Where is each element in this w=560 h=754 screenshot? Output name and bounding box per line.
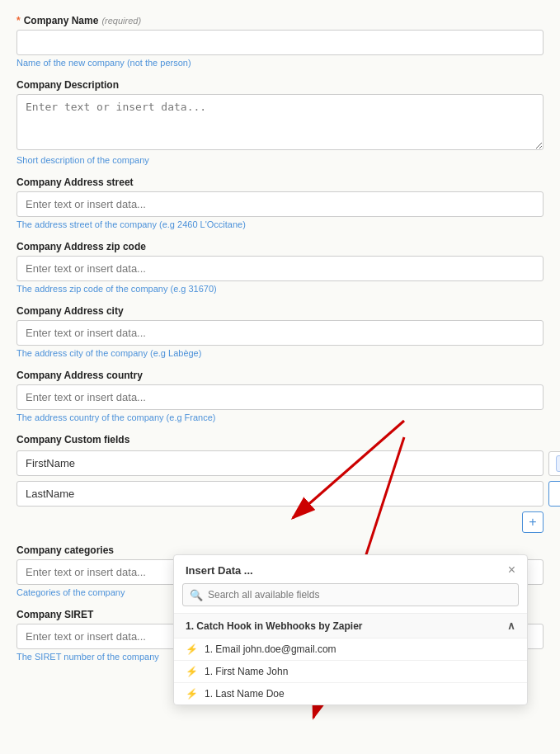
custom-fields-label: Company Custom fields <box>16 434 544 445</box>
custom-field-key-0[interactable] <box>16 450 544 476</box>
company-address-street-input[interactable] <box>16 191 544 217</box>
group-label: 1. Catch Hook in Webhooks by Zapier <box>186 620 362 632</box>
chevron-up-icon: ∧ <box>507 620 515 632</box>
item-label-2: 1. Last Name Doe <box>205 688 285 700</box>
insert-data-search-container: 🔍 <box>182 583 519 606</box>
item-label-1: 1. First Name John <box>205 666 288 677</box>
company-address-country-group: Company Address country The address coun… <box>16 370 544 422</box>
company-description-label: Company Description <box>16 79 544 91</box>
add-custom-field-button[interactable]: + <box>522 511 544 533</box>
company-name-hint: Name of the new company (not the person) <box>16 58 544 68</box>
custom-field-row-0: ⚡ 1. First Name: John × <box>16 450 544 476</box>
company-address-country-label: Company Address country <box>16 370 544 381</box>
insert-data-item-1[interactable]: ⚡ 1. First Name John <box>174 660 527 682</box>
token-chip-firstname: ⚡ 1. First Name: John <box>556 455 560 472</box>
company-address-zip-hint: The address zip code of the company (e.g… <box>16 284 544 294</box>
insert-data-dropdown: Insert Data ... × 🔍 1. Catch Hook in Web… <box>173 554 528 705</box>
company-description-group: Company Description Short description of… <box>16 79 544 165</box>
zapier-icon: ⚡ <box>186 688 198 700</box>
item-label-0: 1. Email john.doe@gmail.com <box>205 643 336 655</box>
company-address-city-group: Company Address city The address city of… <box>16 305 544 358</box>
insert-data-header: Insert Data ... × <box>174 555 527 583</box>
custom-field-value-0[interactable]: ⚡ 1. First Name: John <box>548 451 560 476</box>
required-text: (required) <box>101 16 141 26</box>
custom-field-key-1[interactable] <box>16 481 544 507</box>
search-icon: 🔍 <box>190 589 203 601</box>
insert-data-item-0[interactable]: ⚡ 1. Email john.doe@gmail.com <box>174 638 527 660</box>
company-description-input[interactable] <box>16 94 544 150</box>
company-address-zip-input[interactable] <box>16 256 544 281</box>
company-address-country-hint: The address country of the company (e.g … <box>16 412 544 422</box>
insert-data-item-2[interactable]: ⚡ 1. Last Name Doe <box>174 682 527 705</box>
insert-data-group-header[interactable]: 1. Catch Hook in Webhooks by Zapier ∧ <box>174 613 527 638</box>
company-description-hint: Short description of the company <box>16 155 544 165</box>
insert-data-search-input[interactable] <box>182 583 519 606</box>
company-address-street-label: Company Address street <box>16 177 544 188</box>
company-address-zip-group: Company Address zip code The address zip… <box>16 241 544 294</box>
custom-fields-footer: + <box>16 511 544 533</box>
company-address-city-input[interactable] <box>16 320 544 346</box>
insert-data-title: Insert Data ... <box>186 564 253 577</box>
company-address-street-hint: The address street of the company (e.g 2… <box>16 219 544 229</box>
zapier-icon: ⚡ <box>186 643 198 655</box>
company-address-city-label: Company Address city <box>16 305 544 317</box>
company-name-input[interactable]: Waalaxy <box>16 30 544 55</box>
insert-data-close-button[interactable]: × <box>508 563 515 577</box>
company-name-label-text: Company Name <box>24 15 99 26</box>
company-address-country-input[interactable] <box>16 384 544 410</box>
zapier-icon: ⚡ <box>186 666 198 677</box>
custom-field-row-1: × <box>16 481 544 507</box>
form-page: * Company Name (required) Waalaxy Name o… <box>0 0 560 754</box>
custom-fields-group: Company Custom fields ⚡ 1. First Name: J… <box>16 434 544 533</box>
custom-field-value-1[interactable] <box>548 481 560 507</box>
company-name-label: * Company Name (required) <box>16 15 544 26</box>
company-name-group: * Company Name (required) Waalaxy Name o… <box>16 15 544 68</box>
company-address-zip-label: Company Address zip code <box>16 241 544 252</box>
company-address-street-group: Company Address street The address stree… <box>16 177 544 229</box>
required-star: * <box>16 15 21 26</box>
company-address-city-hint: The address city of the company (e.g Lab… <box>16 348 544 358</box>
